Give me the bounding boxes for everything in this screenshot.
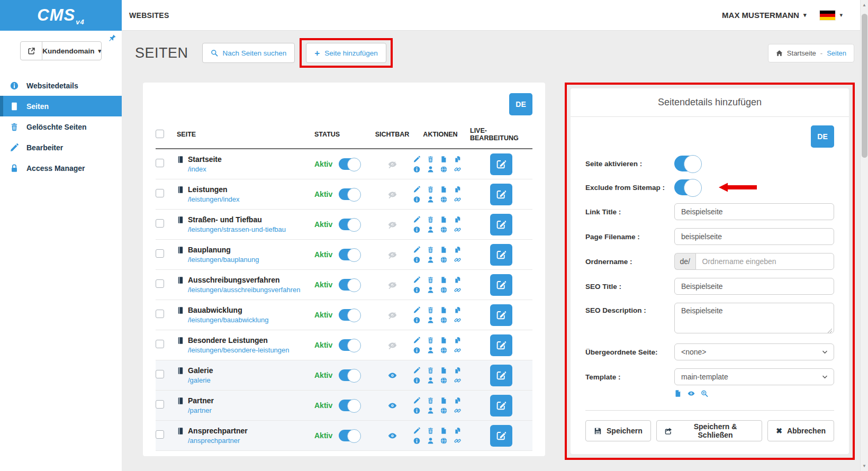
globe-icon[interactable]: [440, 347, 447, 354]
visible-eye-icon[interactable]: [388, 401, 397, 410]
link-icon[interactable]: [454, 196, 461, 203]
page-title[interactable]: Besondere Leistungen: [188, 336, 268, 345]
edit-icon[interactable]: [413, 156, 420, 163]
page-file-icon[interactable]: [440, 337, 447, 344]
live-edit-button[interactable]: [490, 425, 512, 447]
page-file-icon[interactable]: [440, 397, 447, 404]
filename-input[interactable]: [674, 228, 834, 245]
template-preview-eye-icon[interactable]: [688, 390, 695, 397]
page-file-icon[interactable]: [440, 246, 447, 253]
info-icon[interactable]: [413, 286, 420, 294]
seo-description-textarea[interactable]: Beispielseite: [674, 303, 834, 333]
globe-icon[interactable]: [440, 437, 447, 445]
page-path-link[interactable]: /partner: [188, 406, 311, 414]
globe-icon[interactable]: [440, 226, 447, 233]
save-close-button[interactable]: Speichern & Schließen: [656, 420, 762, 441]
copy-icon[interactable]: [454, 156, 461, 163]
row-checkbox[interactable]: [156, 249, 164, 258]
edit-icon[interactable]: [413, 216, 420, 223]
hidden-eye-slash-icon[interactable]: [388, 311, 397, 320]
template-zoom-icon[interactable]: [701, 390, 708, 397]
seo-title-input[interactable]: [674, 278, 834, 295]
hidden-eye-slash-icon[interactable]: [388, 220, 397, 229]
live-edit-button[interactable]: [490, 395, 512, 416]
user-icon[interactable]: [427, 407, 434, 414]
delete-icon[interactable]: [427, 397, 434, 404]
globe-icon[interactable]: [440, 377, 447, 384]
page-title[interactable]: Partner: [188, 396, 214, 405]
user-icon[interactable]: [427, 256, 434, 264]
status-toggle[interactable]: [339, 249, 360, 260]
link-icon[interactable]: [454, 226, 461, 233]
scroll-down-arrow[interactable]: ▼: [861, 464, 868, 468]
scrollbar[interactable]: ▲ ▼: [860, 0, 868, 471]
page-file-icon[interactable]: [440, 156, 447, 163]
row-checkbox[interactable]: [156, 279, 164, 288]
link-icon[interactable]: [454, 347, 461, 354]
copy-icon[interactable]: [454, 276, 461, 284]
resize-grip-icon[interactable]: [827, 328, 833, 333]
user-icon[interactable]: [427, 286, 434, 294]
user-icon[interactable]: [427, 377, 434, 384]
user-icon[interactable]: [427, 347, 434, 354]
live-edit-button[interactable]: [490, 334, 512, 356]
page-title[interactable]: Galerie: [188, 366, 213, 375]
delete-icon[interactable]: [427, 156, 434, 163]
domain-switcher[interactable]: Kundendomain▾: [20, 41, 102, 60]
link-icon[interactable]: [454, 286, 461, 294]
page-path-link[interactable]: /index: [188, 165, 311, 173]
status-toggle[interactable]: [339, 430, 360, 441]
link-icon[interactable]: [454, 437, 461, 445]
info-icon[interactable]: [413, 347, 420, 354]
delete-icon[interactable]: [427, 367, 434, 374]
globe-icon[interactable]: [440, 196, 447, 203]
page-path-link[interactable]: /leistungen/ausschreibungsverfahren: [188, 286, 311, 294]
edit-icon[interactable]: [413, 186, 420, 193]
cancel-button[interactable]: ✖ Abbrechen: [767, 420, 834, 441]
page-title[interactable]: Straßen- und Tiefbau: [188, 215, 262, 224]
delete-icon[interactable]: [427, 246, 434, 253]
sidebar-item-websitedetails[interactable]: Websitedetails: [0, 75, 122, 96]
page-path-link[interactable]: /leistungen/bauplanung: [188, 256, 311, 264]
hidden-eye-slash-icon[interactable]: [388, 341, 397, 350]
live-edit-button[interactable]: [490, 214, 512, 236]
table-language-badge[interactable]: DE: [509, 93, 532, 115]
save-button[interactable]: Speichern: [585, 420, 651, 441]
globe-icon[interactable]: [440, 256, 447, 264]
status-toggle[interactable]: [339, 158, 360, 170]
globe-icon[interactable]: [440, 316, 447, 324]
edit-icon[interactable]: [413, 427, 420, 434]
user-icon[interactable]: [427, 196, 434, 203]
live-edit-button[interactable]: [490, 244, 512, 266]
user-menu[interactable]: MAX MUSTERMANN▾: [722, 11, 806, 20]
hidden-eye-slash-icon[interactable]: [388, 190, 397, 199]
pin-sidebar-icon[interactable]: [107, 34, 116, 43]
row-checkbox[interactable]: [156, 370, 164, 378]
page-path-link[interactable]: /leistungen/bauabwicklung: [188, 316, 311, 324]
live-edit-button[interactable]: [490, 274, 512, 296]
page-file-icon[interactable]: [440, 216, 447, 223]
copy-icon[interactable]: [454, 397, 461, 404]
edit-icon[interactable]: [413, 276, 420, 284]
info-icon[interactable]: [413, 196, 420, 203]
info-icon[interactable]: [413, 377, 420, 384]
select-all-checkbox[interactable]: [156, 130, 164, 138]
breadcrumb-home[interactable]: Startseite: [787, 49, 816, 57]
user-icon[interactable]: [427, 316, 434, 324]
globe-icon[interactable]: [440, 286, 447, 294]
live-edit-button[interactable]: [490, 184, 512, 205]
live-edit-button[interactable]: [490, 365, 512, 386]
delete-icon[interactable]: [427, 427, 434, 434]
link-icon[interactable]: [454, 377, 461, 384]
search-pages-button[interactable]: Nach Seiten suchen: [202, 43, 295, 63]
live-edit-button[interactable]: [490, 153, 512, 175]
template-file-icon[interactable]: [674, 390, 682, 397]
page-path-link[interactable]: /leistungen/besondere-leistungen: [188, 346, 311, 354]
page-title[interactable]: Ansprechpartner: [188, 427, 248, 435]
page-path-link[interactable]: /galerie: [188, 376, 311, 384]
row-checkbox[interactable]: [156, 340, 164, 348]
copy-icon[interactable]: [454, 246, 461, 253]
copy-icon[interactable]: [454, 216, 461, 223]
row-checkbox[interactable]: [156, 430, 164, 439]
page-title[interactable]: Bauplanung: [188, 246, 231, 254]
